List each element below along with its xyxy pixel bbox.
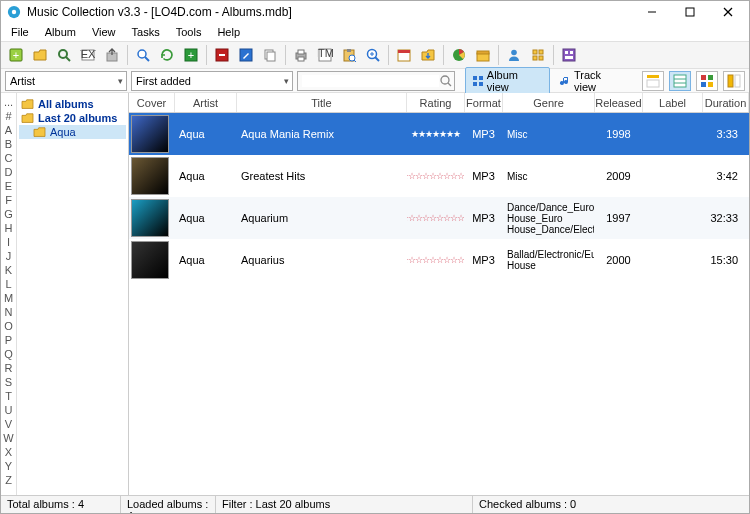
layout-2-button[interactable] (669, 71, 691, 91)
open-db-button[interactable] (29, 44, 51, 66)
minimize-button[interactable] (633, 1, 671, 23)
alpha-I[interactable]: I (7, 235, 10, 249)
table-row[interactable]: AquaAquarius☆☆☆☆☆☆☆☆☆☆MP3Ballad/Electron… (129, 239, 749, 281)
tree-item[interactable]: All albums (19, 97, 126, 111)
alpha-X[interactable]: X (5, 445, 12, 459)
search-box[interactable] (297, 71, 455, 91)
svg-rect-39 (477, 51, 489, 54)
alpha-D[interactable]: D (5, 165, 13, 179)
menu-file[interactable]: File (5, 25, 35, 39)
alpha-B[interactable]: B (5, 137, 12, 151)
alpha-G[interactable]: G (4, 207, 13, 221)
col-cover[interactable]: Cover (129, 93, 175, 112)
maximize-button[interactable] (671, 1, 709, 23)
svg-point-8 (59, 50, 67, 58)
alpha-Z[interactable]: Z (5, 473, 12, 487)
print-button[interactable] (290, 44, 312, 66)
note-icon (559, 75, 571, 87)
table-row[interactable]: AquaAquarium☆☆☆☆☆☆☆☆☆☆MP3Dance/Dance_Eur… (129, 197, 749, 239)
tree-item[interactable]: Last 20 albums (19, 111, 126, 125)
alpha-F[interactable]: F (5, 193, 12, 207)
alpha-E[interactable]: E (5, 179, 12, 193)
refresh-button[interactable] (156, 44, 178, 66)
table-row[interactable]: AquaGreatest Hits☆☆☆☆☆☆☆☆☆☆MP3Misc20093:… (129, 155, 749, 197)
close-button[interactable] (709, 1, 747, 23)
col-released[interactable]: Released (595, 93, 643, 112)
text-view-button[interactable]: TEXT (77, 44, 99, 66)
svg-point-49 (441, 76, 449, 84)
search-input[interactable] (302, 75, 439, 87)
alpha-N[interactable]: N (5, 305, 13, 319)
calendar-button[interactable] (393, 44, 415, 66)
svg-rect-57 (674, 75, 686, 87)
alpha-U[interactable]: U (5, 403, 13, 417)
col-label[interactable]: Label (643, 93, 703, 112)
statistics-button[interactable] (448, 44, 470, 66)
alpha-#[interactable]: # (5, 109, 11, 123)
cell-duration: 32:33 (703, 197, 749, 239)
add-album-button[interactable]: + (180, 44, 202, 66)
alpha-W[interactable]: W (3, 431, 13, 445)
col-duration[interactable]: Duration (703, 93, 749, 112)
alpha-Q[interactable]: Q (4, 347, 13, 361)
album-view-button[interactable]: Album view (465, 67, 550, 95)
delete-button[interactable] (211, 44, 233, 66)
col-title[interactable]: Title (237, 93, 407, 112)
alpha-K[interactable]: K (5, 263, 12, 277)
alpha-L[interactable]: L (5, 277, 11, 291)
menu-view[interactable]: View (86, 25, 122, 39)
table-row[interactable]: AquaAqua Mania Remix★★★★★★★MP3Misc19983:… (129, 113, 749, 155)
alpha-V[interactable]: V (5, 417, 12, 431)
svg-rect-28 (347, 49, 351, 52)
cell-title: Aquarius (237, 239, 407, 281)
cell-rating: ☆☆☆☆☆☆☆☆☆☆ (407, 197, 465, 239)
archive-button[interactable] (472, 44, 494, 66)
alpha-M[interactable]: M (4, 291, 13, 305)
menu-help[interactable]: Help (211, 25, 246, 39)
edit-button[interactable] (235, 44, 257, 66)
alpha-A[interactable]: A (5, 123, 12, 137)
svg-rect-54 (479, 82, 483, 86)
alpha-H[interactable]: H (5, 221, 13, 235)
col-genre[interactable]: Genre (503, 93, 595, 112)
alpha-T[interactable]: T (5, 389, 12, 403)
alpha-P[interactable]: P (5, 333, 12, 347)
user-button[interactable] (503, 44, 525, 66)
svg-rect-23 (298, 50, 304, 54)
html-export-button[interactable]: HTML (314, 44, 336, 66)
magnifier-button[interactable] (53, 44, 75, 66)
sort-by-combo[interactable]: First added (131, 71, 293, 91)
alpha-...[interactable]: ... (4, 95, 13, 109)
layout-4-button[interactable] (723, 71, 745, 91)
alpha-O[interactable]: O (4, 319, 13, 333)
alpha-J[interactable]: J (6, 249, 12, 263)
copy-button[interactable] (259, 44, 281, 66)
alpha-C[interactable]: C (5, 151, 13, 165)
menu-tools[interactable]: Tools (170, 25, 208, 39)
import-folder-button[interactable] (417, 44, 439, 66)
grid-body[interactable]: AquaAqua Mania Remix★★★★★★★MP3Misc19983:… (129, 113, 749, 495)
menu-album[interactable]: Album (39, 25, 82, 39)
status-checked: Checked albums : 0 (473, 496, 749, 513)
track-view-button[interactable]: Track view (552, 67, 633, 95)
zoom-button[interactable] (362, 44, 384, 66)
clipboard-button[interactable] (338, 44, 360, 66)
col-rating[interactable]: Rating (407, 93, 465, 112)
layout-1-button[interactable] (642, 71, 664, 91)
search-web-button[interactable] (132, 44, 154, 66)
alpha-R[interactable]: R (5, 361, 13, 375)
new-db-button[interactable]: + (5, 44, 27, 66)
col-format[interactable]: Format (465, 93, 503, 112)
layout-3-button[interactable] (696, 71, 718, 91)
small-items-button[interactable] (527, 44, 549, 66)
export-button[interactable] (101, 44, 123, 66)
cell-artist: Aqua (175, 197, 237, 239)
alpha-S[interactable]: S (5, 375, 12, 389)
toolbar: + TEXT + HTML (1, 41, 749, 69)
tree-item[interactable]: Aqua (19, 125, 126, 139)
menu-tasks[interactable]: Tasks (126, 25, 166, 39)
group-button[interactable] (558, 44, 580, 66)
alpha-Y[interactable]: Y (5, 459, 12, 473)
col-artist[interactable]: Artist (175, 93, 237, 112)
group-by-combo[interactable]: Artist (5, 71, 127, 91)
